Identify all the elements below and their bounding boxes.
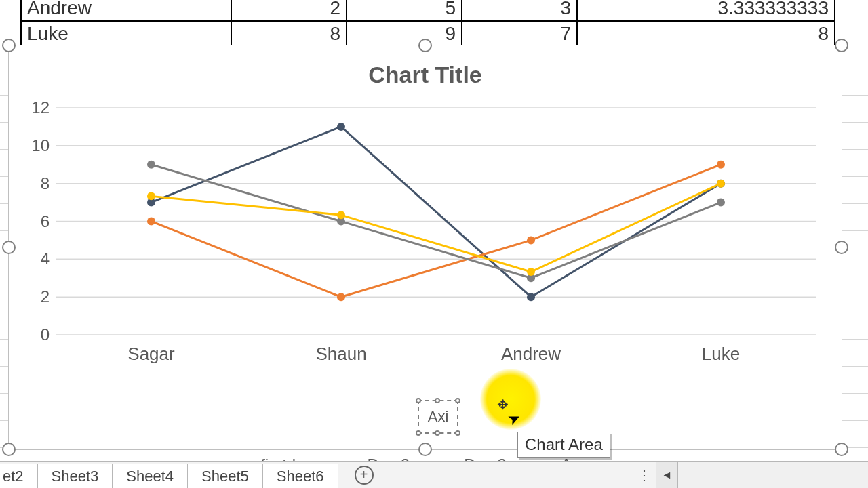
cell-name[interactable]: Andrew [21,0,231,21]
cell-name[interactable]: Luke [21,21,231,47]
svg-text:8: 8 [41,174,50,192]
sheet-tab[interactable]: Sheet5 [187,464,263,488]
plus-icon: + [355,466,374,485]
move-cursor-icon: ✥ [497,396,509,413]
svg-text:4: 4 [41,249,50,268]
svg-text:6: 6 [41,212,50,230]
selection-handle[interactable] [2,39,16,52]
x-axis-label: Andrew [501,344,561,365]
horizontal-scrollbar[interactable]: ◄ [656,462,868,488]
svg-point-19 [337,293,345,301]
sheet-tab[interactable]: Sheet3 [37,464,113,488]
svg-point-15 [337,123,345,131]
x-axis-label: Shaun [315,344,366,365]
cell-val[interactable]: 3.333333333 [577,0,835,21]
axis-title-textbox[interactable]: Axi [418,400,458,434]
new-sheet-button[interactable]: + [351,462,378,488]
svg-point-25 [717,199,725,207]
svg-text:0: 0 [41,325,50,344]
sheet-tab[interactable]: Sheet4 [112,464,188,488]
svg-text:10: 10 [31,136,50,155]
scroll-left-button[interactable]: ◄ [656,462,678,488]
selection-handle[interactable] [835,443,848,456]
textbox-handle[interactable] [455,430,460,436]
svg-point-18 [147,218,155,226]
cell-val[interactable]: 8 [231,21,347,47]
textbox-handle[interactable] [455,398,460,403]
textbox-handle[interactable] [435,430,440,436]
svg-point-28 [527,268,535,276]
plot-area[interactable]: 024681012 [29,108,823,335]
tab-overflow-icon[interactable]: ⋮ [633,462,656,488]
selection-handle[interactable] [418,443,432,456]
chart-area[interactable]: Chart Title 024681012 SagarShaunAndrewLu… [8,45,842,450]
axis-title-text: Axi [428,408,449,426]
svg-point-26 [147,192,155,200]
svg-point-16 [527,293,535,301]
svg-point-22 [147,161,155,169]
cell-val[interactable]: 7 [462,21,577,47]
svg-point-29 [717,180,725,188]
svg-point-27 [337,211,345,219]
sheet-tab[interactable]: Sheet6 [262,464,338,488]
selection-handle[interactable] [835,39,848,52]
sheet-tab[interactable]: et2 [0,464,38,488]
selection-handle[interactable] [2,241,16,254]
svg-text:2: 2 [41,287,50,306]
selection-handle[interactable] [418,39,432,52]
tooltip-chart-area: Chart Area [517,432,610,458]
svg-point-21 [717,161,725,169]
chart-title[interactable]: Chart Title [9,62,842,88]
cell-val[interactable]: 2 [231,0,347,21]
x-axis-label: Luke [702,344,740,365]
textbox-handle[interactable] [416,398,421,403]
svg-point-20 [527,236,535,244]
cell-val[interactable]: 8 [577,21,835,47]
cell-val[interactable]: 3 [462,0,577,21]
cell-val[interactable]: 9 [347,21,462,47]
cell-val[interactable]: 5 [347,0,462,21]
table-row: Andrew 2 5 3 3.333333333 [21,0,835,21]
selection-handle[interactable] [835,241,848,254]
selection-handle[interactable] [2,443,16,456]
scroll-track[interactable] [678,462,868,488]
sheet-tab-bar: et2 Sheet3Sheet4Sheet5Sheet6 + ⋮ ◄ [0,461,868,488]
textbox-handle[interactable] [416,430,421,436]
textbox-handle[interactable] [435,398,440,403]
svg-text:12: 12 [31,98,50,117]
x-axis-label: Sagar [127,344,174,365]
